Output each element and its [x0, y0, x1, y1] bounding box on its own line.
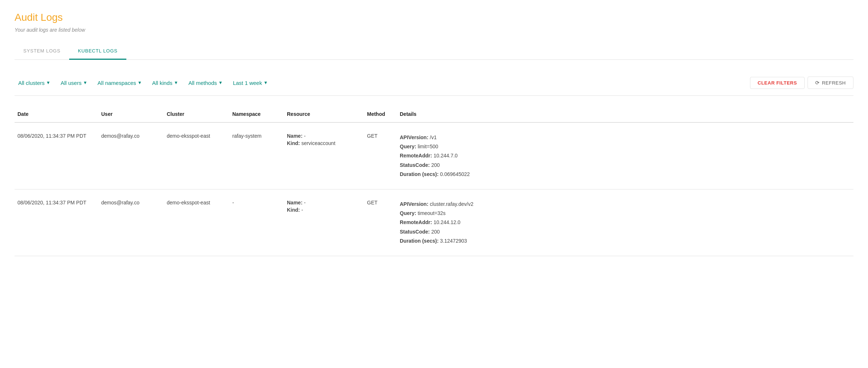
chevron-down-icon: ▼: [83, 80, 87, 85]
chevron-down-icon: ▼: [46, 80, 51, 85]
col-method: Method: [364, 110, 397, 118]
table-row: 08/06/2020, 11:34:37 PM PDT demos@rafay.…: [15, 189, 853, 256]
col-date: Date: [15, 110, 98, 118]
col-namespace: Namespace: [229, 110, 284, 118]
filter-kinds[interactable]: All kinds ▼: [149, 78, 182, 88]
cell-details-1: APIVersion: cluster.rafay.dev/v2 Query: …: [397, 198, 853, 247]
cell-resource-1: Name: - Kind: -: [284, 198, 364, 214]
filter-timerange[interactable]: Last 1 week ▼: [229, 78, 272, 88]
table-container: Date User Cluster Namespace Resource Met…: [15, 106, 853, 256]
col-resource: Resource: [284, 110, 364, 118]
cell-cluster-1: demo-eksspot-east: [164, 198, 229, 207]
filter-users[interactable]: All users ▼: [57, 78, 91, 88]
refresh-icon: ⟳: [815, 80, 820, 86]
cell-date-1: 08/06/2020, 11:34:37 PM PDT: [15, 198, 98, 207]
refresh-button[interactable]: ⟳ REFRESH: [808, 77, 853, 89]
tab-kubectl-logs[interactable]: KUBECTL LOGS: [69, 43, 126, 60]
page-subtitle: Your audit logs are listed below: [15, 27, 853, 33]
filters-bar: All clusters ▼ All users ▼ All namespace…: [15, 70, 853, 96]
cell-details-0: APIVersion: /v1 Query: limit=500 RemoteA…: [397, 132, 853, 180]
cell-method-0: GET: [364, 132, 397, 140]
chevron-down-icon: ▼: [218, 80, 223, 85]
cell-cluster-0: demo-eksspot-east: [164, 132, 229, 140]
filter-namespaces[interactable]: All namespaces ▼: [94, 78, 146, 88]
tab-system-logs[interactable]: SYSTEM LOGS: [15, 43, 69, 60]
cell-method-1: GET: [364, 198, 397, 207]
chevron-down-icon: ▼: [138, 80, 142, 85]
filter-methods[interactable]: All methods ▼: [185, 78, 226, 88]
page-container: Audit Logs Your audit logs are listed be…: [0, 0, 868, 368]
col-details: Details: [397, 110, 853, 118]
filter-clusters[interactable]: All clusters ▼: [15, 78, 54, 88]
cell-resource-0: Name: - Kind: serviceaccount: [284, 132, 364, 148]
cell-user-0: demos@rafay.co: [98, 132, 164, 140]
cell-namespace-1: -: [229, 198, 284, 207]
page-title: Audit Logs: [15, 12, 853, 23]
table-header: Date User Cluster Namespace Resource Met…: [15, 106, 853, 123]
tabs-bar: SYSTEM LOGS KUBECTL LOGS: [15, 43, 853, 60]
cell-date-0: 08/06/2020, 11:34:37 PM PDT: [15, 132, 98, 140]
col-cluster: Cluster: [164, 110, 229, 118]
chevron-down-icon: ▼: [174, 80, 178, 85]
cell-user-1: demos@rafay.co: [98, 198, 164, 207]
table-row: 08/06/2020, 11:34:37 PM PDT demos@rafay.…: [15, 123, 853, 189]
cell-namespace-0: rafay-system: [229, 132, 284, 140]
clear-filters-button[interactable]: CLEAR FILTERS: [750, 77, 805, 89]
col-user: User: [98, 110, 164, 118]
chevron-down-icon: ▼: [264, 80, 268, 85]
